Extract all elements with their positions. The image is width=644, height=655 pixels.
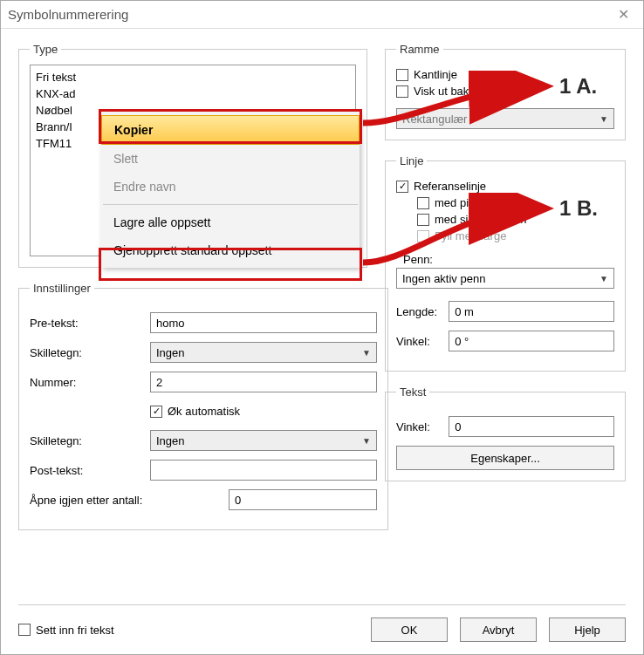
checkbox-icon [396,85,408,98]
checkbox-icon [18,624,31,636]
checkbox-icon [417,197,429,209]
text-legend: Tekst [396,385,429,399]
checkbox-icon [150,406,162,418]
sep1-label: Skilletegn: [30,346,143,359]
border-label: Kantlinje [414,68,457,81]
refline-label: Referanselinje [414,180,486,193]
separator [103,204,358,205]
pen-value: Ingen aktiv penn [402,272,485,285]
posttext-label: Post-tekst: [30,464,143,477]
chevron-down-icon: ▼ [362,436,371,446]
number-label: Nummer: [30,376,143,389]
ok-button[interactable]: OK [371,617,448,642]
chevron-down-icon: ▼ [362,348,371,358]
separator [18,604,626,605]
freetext-label: Sett inn fri tekst [36,624,114,637]
pen-label: Penn: [403,253,614,266]
sep1-combo[interactable]: Ingen ▼ [150,342,377,363]
line-angle-input[interactable] [449,331,614,351]
chevron-down-icon: ▼ [599,274,608,283]
freetext-checkbox[interactable]: Sett inn fri tekst [18,624,114,637]
length-input[interactable] [449,301,614,322]
auto-inc-label: Øk automatisk [168,405,240,418]
posttext-input[interactable] [150,460,377,481]
checkbox-icon [417,230,429,242]
cancel-button[interactable]: Avbryt [460,617,537,642]
text-angle-label: Vinkel: [396,420,442,433]
annotation-label-a: 1 A. [559,74,597,99]
sep2-label: Skilletegn: [30,434,143,447]
fill-color-label: Fyll med farge [435,229,506,242]
frame-legend: Ramme [396,43,443,56]
frame-shape-combo[interactable]: Rektangulær ▼ [396,108,614,129]
ctx-restore-default[interactable]: Gjenopprett standard oppsett [101,236,360,264]
checkbox-icon [396,181,408,193]
sep1-value: Ingen [156,346,185,359]
sep2-value: Ingen [156,434,185,447]
settings-legend: Innstillinger [30,282,94,295]
line-group: Linje Referanselinje med pil i enden med… [385,154,626,372]
help-button[interactable]: Hjelp [549,617,626,642]
ctx-save-all[interactable]: Lagre alle oppsett [101,208,360,236]
pretext-input[interactable] [150,312,377,333]
context-menu[interactable]: Kopier Slett Endre navn Lagre alle oppse… [101,112,360,268]
number-input[interactable] [150,372,377,392]
sep2-combo[interactable]: Ingen ▼ [150,430,377,451]
annotation-label-b: 1 B. [559,196,598,221]
refline-checkbox[interactable]: Referanselinje [396,180,614,193]
list-item[interactable]: Fri tekst [36,69,350,85]
fill-color-checkbox: Fyll med farge [417,229,614,242]
arrow-end-label: med pil i enden [435,196,511,209]
properties-button[interactable]: Egenskaper... [396,446,614,470]
ctx-copy[interactable]: Kopier [101,115,360,145]
erase-behind-label: Visk ut bak rammen [414,85,514,98]
checkbox-icon [417,214,429,226]
reopen-label: Åpne igjen etter antall: [30,494,222,507]
reopen-input[interactable] [229,489,377,510]
pretext-label: Pre-tekst: [30,317,143,330]
chevron-down-icon: ▼ [599,114,608,124]
list-item[interactable]: KNX-ad [36,85,350,102]
auto-inc-checkbox[interactable]: Øk automatisk [150,405,377,418]
ctx-rename: Endre navn [101,173,360,201]
titlebar: Symbolnummerering ✕ [1,1,643,29]
settings-group: Innstillinger Pre-tekst: Skilletegn: Ing… [18,282,388,530]
type-legend: Type [30,43,61,56]
length-label: Lengde: [396,305,442,318]
circle-end-label: med sirkel i enden [435,213,527,226]
text-angle-input[interactable] [449,416,614,437]
pen-combo[interactable]: Ingen aktiv penn ▼ [396,268,614,289]
line-legend: Linje [396,154,427,167]
ctx-delete: Slett [101,145,360,173]
line-angle-label: Vinkel: [396,335,442,348]
frame-shape-value: Rektangulær [402,113,467,126]
checkbox-icon [396,69,408,81]
text-group: Tekst Vinkel: Egenskaper... [385,385,626,481]
window-title: Symbolnummerering [8,7,611,22]
close-icon[interactable]: ✕ [611,6,636,23]
